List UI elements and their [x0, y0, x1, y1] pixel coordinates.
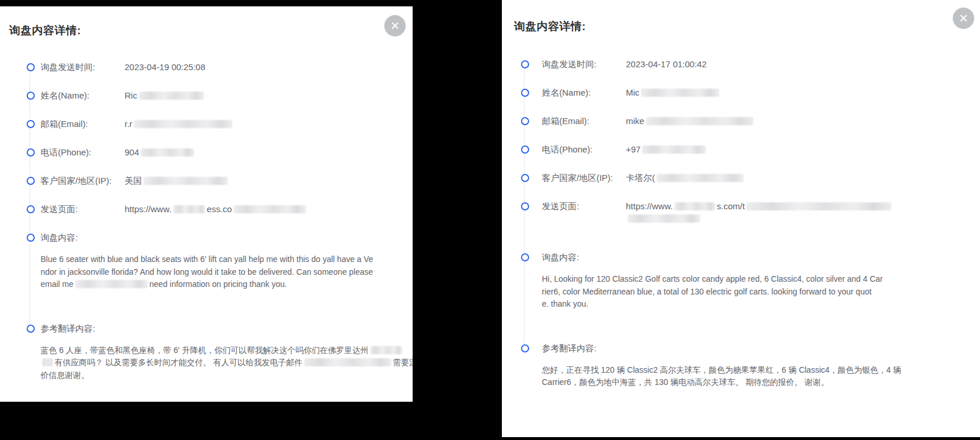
redacted-text: [657, 174, 744, 182]
text-segment: ess.co: [207, 204, 232, 214]
field-row: 电话(Phone):+97: [521, 143, 980, 155]
timeline-bullet-icon: [27, 92, 35, 100]
text-segment: 蓝色 6 人座，带蓝色和黑色座椅，带 6' 升降机，你们可以帮我解决这个吗你们在…: [41, 346, 369, 355]
timeline-bullet-icon: [521, 117, 529, 125]
text-line: 卡塔尔(: [626, 172, 980, 184]
text-line: https://www.s.com/t: [626, 200, 980, 212]
redacted-text: [42, 358, 53, 366]
text-segment: 2023-04-17 01:00:42: [626, 59, 706, 69]
timeline-bullet-icon: [521, 344, 529, 352]
text-line: r.r: [125, 118, 413, 130]
text-segment: email me: [41, 279, 74, 289]
field-value: https://www.s.com/t: [626, 200, 980, 224]
text-line: Hi, Looking for 120 Classic2 Golf carts …: [542, 273, 980, 286]
text-segment: 您好，正在寻找 120 辆 Classic2 高尔夫球车，颜色为糖果苹果红，6 …: [542, 365, 901, 374]
field-label: 电话(Phone):: [41, 146, 125, 158]
field-row: 客户国家/地区(IP):卡塔尔(: [521, 172, 980, 184]
timeline-bullet-icon: [521, 146, 529, 154]
field-label: 邮箱(Email):: [542, 115, 626, 127]
text-segment: e. thank you.: [542, 299, 588, 308]
timeline-bullet-icon: [521, 60, 529, 68]
timeline-bullet-icon: [521, 89, 529, 97]
modal-title: 询盘内容详情:: [502, 0, 980, 34]
field-label: 发送页面:: [542, 200, 626, 212]
timeline-bullet-icon: [521, 174, 529, 182]
field-label: 询盘发送时间:: [41, 61, 125, 73]
text-line: Ric: [125, 89, 413, 101]
field-value: Mic: [626, 86, 980, 99]
text-line: https://www.ess.co: [125, 203, 413, 215]
field-paragraph: 您好，正在寻找 120 辆 Classic2 高尔夫球车，颜色为糖果苹果红，6 …: [542, 364, 980, 389]
text-line: 价信息谢谢。: [41, 369, 413, 382]
redacted-text: [173, 205, 205, 213]
field-value: 美国: [125, 174, 413, 187]
field-row: 参考翻译内容:您好，正在寻找 120 辆 Classic2 高尔夫球车，颜色为糖…: [521, 342, 980, 404]
field-label: 电话(Phone):: [542, 143, 626, 155]
field-paragraph: Blue 6 seater with blue and black seats …: [41, 253, 413, 291]
redacted-text: [675, 202, 715, 210]
timeline: 询盘发送时间:2023-04-17 01:00:42姓名(Name):Mic邮箱…: [502, 58, 980, 404]
text-segment: 2023-04-19 00:25:08: [125, 62, 205, 72]
text-segment: Carrier6，颜色为地中海蓝，共 130 辆电动高尔夫球车。 期待您的报价。…: [542, 377, 829, 387]
field-label: 参考翻译内容:: [542, 342, 626, 354]
text-segment: https://www.: [125, 204, 172, 214]
redacted-text: [234, 205, 306, 213]
text-segment: Mic: [626, 88, 639, 97]
text-line: 您好，正在寻找 120 辆 Classic2 高尔夫球车，颜色为糖果苹果红，6 …: [542, 364, 980, 377]
text-line: 蓝色 6 人座，带蓝色和黑色座椅，带 6' 升降机，你们可以帮我解决这个吗你们在…: [41, 344, 413, 357]
field-label: 客户国家/地区(IP):: [542, 172, 626, 184]
field-row: 姓名(Name):Mic: [521, 86, 980, 99]
redacted-text: [628, 214, 700, 223]
redacted-text: [139, 92, 204, 100]
field-value: Ric: [125, 89, 413, 101]
field-row: 邮箱(Email):r.r: [27, 118, 413, 130]
modal-title: 询盘内容详情:: [0, 6, 413, 38]
redacted-text: [144, 177, 228, 185]
timeline-bullet-icon: [27, 177, 35, 185]
inquiry-detail-modal-right: 询盘内容详情: × 询盘发送时间:2023-04-17 01:00:42姓名(N…: [502, 0, 980, 437]
field-label: 询盘发送时间:: [542, 58, 626, 70]
text-line: 美国: [125, 174, 413, 187]
text-segment: Hi, Looking for 120 Classic2 Golf carts …: [542, 274, 883, 283]
close-button[interactable]: ×: [384, 15, 406, 37]
field-label: 邮箱(Email):: [41, 118, 125, 130]
field-row: 客户国家/地区(IP):美国: [27, 174, 413, 187]
text-line: Carrier6，颜色为地中海蓝，共 130 辆电动高尔夫球车。 期待您的报价。…: [542, 376, 980, 389]
timeline-bullet-icon: [27, 148, 35, 157]
text-segment: 卡塔尔(: [626, 173, 655, 183]
text-segment: 有供应商吗？ 以及需要多长时间才能交付。 有人可以给我发电子邮件: [54, 358, 303, 367]
field-row: 发送页面:https://www.s.com/t: [521, 200, 980, 224]
screen-background: { "colors":{ "background":"#000000", "pa…: [0, 0, 980, 440]
field-paragraph: Hi, Looking for 120 Classic2 Golf carts …: [542, 273, 980, 311]
redacted-text: [746, 202, 891, 210]
field-row: 询盘内容:Blue 6 seater with blue and black s…: [27, 231, 413, 306]
text-line: e. thank you.: [542, 298, 980, 311]
field-row: 姓名(Name):Ric: [27, 89, 413, 101]
text-segment: 904: [125, 147, 139, 157]
redacted-text: [304, 358, 391, 366]
field-value: mike: [626, 115, 980, 127]
timeline-bullet-icon: [27, 120, 35, 128]
field-row: 参考翻译内容:蓝色 6 人座，带蓝色和黑色座椅，带 6' 升降机，你们可以帮我解…: [27, 322, 413, 397]
text-line: email meneed information on pricing than…: [41, 278, 413, 291]
text-line: 有供应商吗？ 以及需要多长时间才能交付。 有人可以给我发电子邮件需要定: [41, 357, 413, 369]
close-button[interactable]: ×: [953, 8, 974, 29]
inquiry-detail-modal-left: 询盘内容详情: × 询盘发送时间:2023-04-19 00:25:08姓名(N…: [0, 6, 413, 402]
text-segment: Ric: [125, 90, 137, 100]
text-segment: Blue 6 seater with blue and black seats …: [41, 254, 373, 264]
field-label: 参考翻译内容:: [41, 322, 125, 334]
text-line: mike: [626, 115, 980, 127]
field-label: 询盘内容:: [542, 251, 626, 263]
text-line: +97: [626, 143, 980, 155]
timeline-bullet-icon: [27, 234, 35, 242]
text-segment: need information on pricing thank you.: [150, 279, 287, 289]
field-label: 发送页面:: [41, 203, 125, 215]
field-value: 904: [125, 146, 413, 158]
field-label: 姓名(Name):: [542, 86, 626, 99]
field-row: 邮箱(Email):mike: [521, 115, 980, 127]
text-segment: mike: [626, 116, 644, 126]
text-line: ndor in jacksonville florida? And how lo…: [41, 266, 413, 279]
field-row: 询盘发送时间:2023-04-19 00:25:08: [27, 61, 413, 73]
timeline-bullet-icon: [27, 63, 35, 71]
redacted-text: [134, 120, 232, 128]
